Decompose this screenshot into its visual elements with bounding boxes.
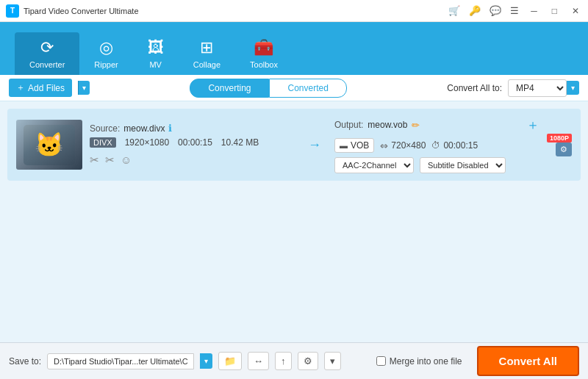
- effects-icon[interactable]: ☺: [121, 154, 132, 167]
- format-wrapper: MP4 ▾: [508, 79, 579, 97]
- output-settings: ▬ VOB ⇔ 720×480 ⏱ 00:00:15: [334, 138, 539, 153]
- merge-label: Merge into one file: [390, 356, 462, 367]
- chat-icon[interactable]: 💬: [490, 5, 501, 16]
- nav-toolbox-label: Toolbox: [250, 60, 278, 69]
- app-logo-letter: T: [10, 7, 15, 15]
- plus-icon: ＋: [16, 82, 25, 94]
- nav-mv-label: MV: [149, 60, 162, 69]
- arrow-right-icon: →: [308, 137, 321, 153]
- output-duration-text: 00:00:15: [443, 140, 478, 151]
- add-output-icon[interactable]: ＋: [526, 116, 539, 134]
- save-path-dropdown-button[interactable]: ▾: [200, 353, 212, 369]
- file-item: Source: meow.divx ℹ DIVX 1920×1080 00:00…: [7, 109, 581, 181]
- app-logo: T: [6, 4, 19, 18]
- output-row2: AAC-2Channel Subtitle Disabled: [334, 157, 539, 173]
- toolbar: ＋ Add Files ▾ Converting Converted Conve…: [0, 75, 588, 101]
- title-controls: 🛒 🔑 💬 ☰ ─ □ ✕: [448, 5, 582, 16]
- menu-icon[interactable]: ☰: [510, 5, 519, 16]
- format-badge: DIVX: [90, 137, 116, 148]
- tab-area: Converting Converted: [96, 79, 441, 98]
- settings-bottom-button[interactable]: ⚙: [298, 352, 318, 370]
- file-info: Source: meow.divx ℹ DIVX 1920×1080 00:00…: [90, 123, 295, 167]
- add-files-label: Add Files: [28, 83, 65, 93]
- merge-area: Merge into one file: [376, 356, 462, 367]
- vob-badge: ▬ VOB: [334, 138, 374, 153]
- thumbnail: [16, 120, 82, 170]
- convert-all-to-label: Convert All to:: [447, 83, 502, 93]
- nav-converter-label: Converter: [29, 60, 65, 69]
- bottom-bar: Save to: ▾ 📁 ↔ ↑ ⚙ ▾ Merge into one file…: [0, 342, 588, 379]
- audio-setting-select[interactable]: AAC-2Channel: [334, 157, 414, 173]
- resize-icon: ⇔: [380, 140, 388, 151]
- cart-icon[interactable]: 🛒: [448, 5, 460, 16]
- video-icon: ▬: [340, 141, 348, 150]
- main-content: Source: meow.divx ℹ DIVX 1920×1080 00:00…: [0, 101, 588, 358]
- cut-icon[interactable]: ✂: [90, 154, 99, 167]
- title-bar: T Tipard Video Converter Ultimate 🛒 🔑 💬 …: [0, 0, 588, 22]
- nav-toolbox[interactable]: 🧰 Toolbox: [235, 32, 293, 75]
- resolution-area: ⇔ 720×480: [380, 140, 426, 151]
- ripper-icon: ◎: [99, 38, 113, 57]
- arrow-area: →: [302, 137, 327, 153]
- clock-icon: ⏱: [431, 140, 440, 151]
- top-nav: ⟳ Converter ◎ Ripper 🖼 MV ⊞ Collage 🧰 To…: [0, 22, 588, 75]
- nav-mv[interactable]: 🖼 MV: [133, 32, 179, 75]
- source-filename: meow.divx: [123, 123, 165, 134]
- maximize-button[interactable]: □: [549, 6, 560, 16]
- subtitle-setting-select[interactable]: Subtitle Disabled: [420, 157, 506, 173]
- file-meta: DIVX 1920×1080 00:00:15 10.42 MB: [90, 137, 295, 148]
- convert-all-button[interactable]: Convert All: [477, 346, 579, 376]
- thumbnail-inner: [16, 120, 82, 170]
- save-path-input[interactable]: [47, 353, 194, 369]
- tab-converting[interactable]: Converting: [190, 79, 269, 98]
- quality-badge: 1080P: [547, 134, 572, 142]
- converter-icon: ⟳: [40, 38, 54, 57]
- format-select[interactable]: MP4: [508, 79, 567, 97]
- add-files-button[interactable]: ＋ Add Files: [9, 79, 72, 97]
- app-title-text: Tipard Video Converter Ultimate: [24, 7, 139, 15]
- mv-icon: 🖼: [148, 38, 164, 57]
- folder-open-button[interactable]: 📁: [218, 352, 242, 370]
- save-to-label: Save to:: [9, 356, 41, 367]
- toolbox-icon: 🧰: [254, 38, 273, 57]
- tab-converted[interactable]: Converted: [269, 79, 346, 98]
- edit-icon[interactable]: ✏: [412, 120, 420, 131]
- settings-button[interactable]: ⚙: [556, 142, 572, 156]
- duration-area: ⏱ 00:00:15: [431, 140, 478, 151]
- file-actions: ✂ ✂ ☺: [90, 154, 295, 167]
- cat-image: [24, 125, 75, 165]
- dropdown-bottom-button[interactable]: ▾: [324, 352, 341, 370]
- share-button[interactable]: ↑: [275, 352, 292, 370]
- output-filename: meow.vob: [368, 120, 407, 130]
- output-area: Output: meow.vob ✏ ＋ ▬ VOB ⇔ 720×480 ⏱ 0…: [334, 116, 539, 173]
- add-files-dropdown-button[interactable]: ▾: [78, 81, 90, 95]
- output-label: Output:: [334, 120, 363, 130]
- key-icon[interactable]: 🔑: [469, 5, 481, 16]
- nav-converter[interactable]: ⟳ Converter: [15, 32, 79, 75]
- minimize-button[interactable]: ─: [528, 6, 540, 16]
- output-format-text: VOB: [351, 140, 369, 151]
- output-resolution-text: 720×480: [391, 140, 426, 151]
- move-button[interactable]: ↔: [248, 352, 269, 370]
- settings-icon: ⚙: [560, 145, 567, 154]
- resolution-text: 1920×1080: [125, 137, 169, 148]
- nav-ripper-label: Ripper: [94, 60, 118, 69]
- nav-collage-label: Collage: [193, 60, 220, 69]
- format-dropdown-button[interactable]: ▾: [567, 81, 579, 95]
- nav-ripper[interactable]: ◎ Ripper: [79, 32, 132, 75]
- close-button[interactable]: ✕: [569, 6, 582, 16]
- clip-icon[interactable]: ✂: [105, 154, 115, 167]
- duration-text: 00:00:15: [178, 137, 212, 148]
- source-label: Source:: [90, 123, 120, 134]
- nav-collage[interactable]: ⊞ Collage: [179, 32, 235, 75]
- merge-checkbox[interactable]: [376, 356, 386, 366]
- title-left: T Tipard Video Converter Ultimate: [6, 4, 139, 18]
- collage-icon: ⊞: [200, 38, 213, 57]
- size-text: 10.42 MB: [221, 137, 259, 148]
- settings-btn-wrapper: 1080P ⚙: [547, 134, 572, 156]
- output-row: Output: meow.vob ✏ ＋: [334, 116, 539, 134]
- source-row: Source: meow.divx ℹ: [90, 123, 295, 134]
- info-icon[interactable]: ℹ: [168, 123, 172, 134]
